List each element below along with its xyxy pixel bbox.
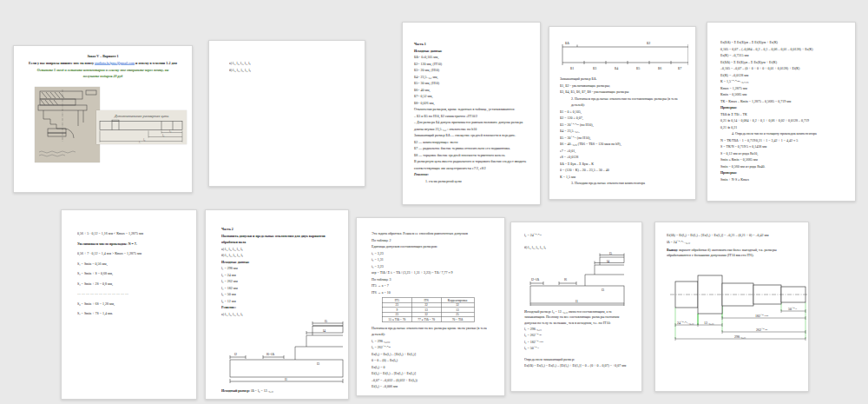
text-line: Б2 — компенсирующее звено <box>414 139 529 146</box>
formula-line: Es(lΔ) = Es(l₂) = Es(l₁) – [Ei(l₃) + Ei(… <box>524 362 628 369</box>
table-page-bottom-lines: Назначаем предельные отклонения на все р… <box>372 325 490 390</box>
text-line: Smin + N·S ≥ Кmax <box>720 176 842 183</box>
contact-line: Если у вас вопросы пишите мне на почту s… <box>24 60 181 67</box>
text-line: l₆ = 12 мм <box>221 298 332 305</box>
shaft-dim-label: 182⁺⁰·¹⁸⁵ <box>755 314 769 318</box>
text-line: Проверка: <box>720 104 842 111</box>
assignment-title: Заказ V – Вариант 1 <box>24 53 181 60</box>
conclusion-formula-lines: Ei(lΔ) = Ei(l₂) = Ei(l₁) – [Es(l₃) + Es(… <box>667 232 797 245</box>
text-line: К = 1,5 мм <box>560 174 685 181</box>
text-line: Часть 1 <box>414 41 529 48</box>
text-line: Б3, Б4, Б5, Б6, Б7, Б8 - уменьшающие раз… <box>560 89 685 96</box>
variant-lines: а) l₁, l₂, l₃, l₄, l₅б) l₁, l₂, l₃, l₄, … <box>229 60 345 73</box>
page-thumbnail-1[interactable]: Заказ V – Вариант 1 Если у вас вопросы п… <box>13 45 193 193</box>
text-line: l₁ = 298 мм <box>221 265 332 272</box>
text-line: е8 = ±0,0128 <box>560 154 685 161</box>
text-line: Эта задача обратная. Решаем ее способом … <box>372 230 490 237</box>
dim-label: l6=lΔ <box>266 352 274 356</box>
text-line: S = ТК/N = 0,719/5 ≈ 0,1438 мм <box>720 143 842 150</box>
text-line: Smin ≤ Кmin = 0,5685 мм <box>720 156 842 163</box>
bottom-link-label: Б5 <box>636 66 640 70</box>
part2-data-lines: Часть 2Назначить допуски и предельные от… <box>221 226 332 317</box>
text-line: аср = ТlΔ / Σ iᵢ = ТΔ / (3,23 + 1,31 + 3… <box>372 269 490 276</box>
it10-lines: l₁ = 298₋₀,₂₁l₃ = 262⁺⁰·²¹l₄ = 182⁺⁰·¹⁸⁵… <box>524 326 628 352</box>
page-thumbnail-8[interactable]: Эта задача обратная. Решаем ее способом … <box>356 217 505 396</box>
text-line: Б5= 30 мм, (H10) <box>414 80 529 87</box>
base-size-line: Исходный размер: lΔ = l₆ = 12₋₀,₄₃ <box>221 387 332 394</box>
shaft-dim-label: 298₋₀,₂₁ <box>734 334 746 340</box>
email-link[interactable]: studiota.helpme@gmail.com <box>95 61 135 65</box>
text-line: Ei(lΔ) = Ei(l₂) = Ei(l₁) – [Es(l₃) + Es(… <box>667 232 797 239</box>
text-line: ТК = Кmax – Кmin = 1,2875 – 0,5685 = 0,7… <box>720 98 842 105</box>
text-line: i₁ = 3,23 <box>372 250 490 257</box>
page-thumbnail-3[interactable]: Часть 1Исходные данныеБΔ= 0±0,105 мм,Б2=… <box>402 22 541 205</box>
text-line: Б7 — радиальное биение червяка относител… <box>414 145 529 152</box>
text-line: l₃ = 262⁺⁰·⁰³² <box>372 344 490 351</box>
table-page-top-lines: Эта задача обратная. Решаем ее способом … <box>372 230 490 295</box>
text-line: l₅ = 50 мм <box>221 291 332 298</box>
shaft-dim-label: 50⁺⁰·¹ <box>788 307 798 311</box>
text-line: 4. Определяем число и толщину прокладок … <box>720 130 842 137</box>
text-line: l₁ = 298₋₀,₀₃₂ <box>372 338 490 345</box>
text-line: Исходные данные <box>221 259 332 266</box>
text-line: lΔ = 24⁺⁰·⁰⁷₋₀,₄₂ <box>667 239 797 246</box>
bottom-link-label: Б7 <box>678 66 681 70</box>
text-line: Отклонения размеров, кроме заданных в та… <box>414 106 529 113</box>
tolerance-table: IT5 IT6 Корректировка 23 32 32 9 13 13 2… <box>382 298 474 322</box>
document-preview-canvas: Заказ V – Вариант 1 Если у вас вопросы п… <box>0 0 868 404</box>
text-line: – Б3 и Б5 по H10, Б2 симметрично ±IT10/2 <box>414 113 529 120</box>
text-line: В размерную цепь вместо радиального и то… <box>414 158 529 171</box>
text-line: Es(l₅) = 0 <box>372 364 490 371</box>
text-line: Б4 = 23,5₋₀,₁, <box>560 128 685 135</box>
sketch-dim-label: l₃ <box>143 138 146 142</box>
dim-label: l4 <box>323 328 326 333</box>
assembly-drawing-sketch <box>35 87 100 162</box>
bottom-link-label: Б1 <box>570 66 574 70</box>
dim-label: l2 <box>234 352 237 356</box>
text-line: а) l₁, l₂, l₃, l₄, l₅ <box>221 246 332 253</box>
text-line: ……………………………… <box>77 288 181 299</box>
page-thumbnail-10[interactable]: Ei(lΔ) = Ei(l₂) = Ei(l₁) – [Es(l₃) + Es(… <box>654 222 809 392</box>
text-line: Б7= 0,52 мм, <box>414 93 529 100</box>
text-line: Б3= 20 мм, (H10) <box>414 67 529 74</box>
shaft-dim-label: 262⁺⁰·²¹ <box>756 328 768 332</box>
text-line: IT5 → а = 7 <box>372 282 490 289</box>
dim-label: l4 <box>607 259 609 263</box>
text-line: S = 0,12 мм из ряда Ra10, <box>720 150 842 157</box>
text-line: l₂ = 24 мм <box>221 272 332 279</box>
text-line: Б4= 23,5₋₀,₂ мм, <box>414 74 529 81</box>
text-line: Кmax = 1,2875 мм <box>720 85 842 92</box>
text-line: l₁ = 298₋₀,₂₁ <box>524 326 628 333</box>
page-thumbnail-6[interactable]: 0,56 + 5 · 0,12 = 1,16 мм < Кmax = 1,287… <box>61 209 197 400</box>
text-line: Ei(l₅) = Ei(l₁) – [Es(l₂) + Es(l₃)] <box>372 370 490 377</box>
text-line: БΔ= 0±0,105 мм, <box>414 54 529 61</box>
promo-line: Оставьте 5 звезд и оставьте комментарии … <box>24 66 181 79</box>
text-line: Кmin = 0,5685 мм <box>720 91 842 98</box>
bottom-link-label: Б3 <box>593 66 596 70</box>
page-thumbnail-7[interactable]: Часть 2Назначить допуски и предельные от… <box>205 209 349 400</box>
text-line: Б3 = 20⁺⁰·⁰⁸⁴ (по H10), <box>560 122 685 129</box>
text-line: 0,21 ≅ 0,14 + 0,084 + 0,2 + 0,1 + 0,06 +… <box>720 117 842 124</box>
text-line: –0,105 = –0,07 – (0 + 0 + 0 + 0 + 0,01 +… <box>720 65 842 72</box>
text-line: l₅ = 50⁺⁰·¹ <box>524 345 628 352</box>
text-line: Б1, Б2 - увеличивающие размеры; <box>560 83 685 89</box>
text-line: S₇ = Smin + 7S = 1,4 мм. <box>77 308 181 319</box>
text-line: Определяем замыкающий размер: <box>524 356 628 363</box>
text-line: Назначить допуски и предельные отклонени… <box>221 233 332 246</box>
text-line: Б8= 0,026 мм, <box>414 100 529 107</box>
shaft-dim-label: 24⁺⁰·⁰⁷₋₀,₄₂ <box>677 321 694 326</box>
page-thumbnail-9[interactable]: l₂ = 24⁺⁰·⁰¹³ б) l₁, l₂, l₃, l₄, l₅ l5 l… <box>510 222 642 392</box>
stepped-chain-diagram-b: l5 l4 l2=lΔ l6 l3 l1 <box>524 252 630 307</box>
text-line: 0,56 + 5 · 0,12 = 1,16 мм < Кmax = 1,287… <box>77 228 181 239</box>
tolerance-table-body: 23 32 32 9 13 13 23 32 25 55 ≤ ТlΔ = 70 … <box>382 302 474 321</box>
text-line: Решение: <box>221 304 332 311</box>
page-thumbnail-2[interactable]: а) l₁, l₂, l₃, l₄, l₅б) l₁, l₂, l₃, l₄, … <box>208 40 365 187</box>
text-line: 3. Находим предельные отклонения компенс… <box>560 180 685 187</box>
text-line: 1. схема размерной цепи <box>414 178 529 185</box>
page-thumbnail-5[interactable]: Es(БΔ) = Σ Es(Б)ув – Σ Ei(Б)ум + Es(К)0,… <box>707 22 856 202</box>
text-line: а) l₁, l₂, l₃, l₄, l₅ <box>221 311 332 318</box>
handwritten-note-squiggles <box>39 151 76 156</box>
text-line: 0 = (120 + К) – 20 – 23,5 – 30 – 40 <box>560 167 685 174</box>
page-thumbnail-4[interactable]: БΔ Б2 Б1 Б3 Б4 Б5 Б6 Б7 Замыкающий разме… <box>549 26 696 200</box>
part1-data-lines: Часть 1Исходные данныеБΔ= 0±0,105 мм,Б2=… <box>414 41 529 184</box>
